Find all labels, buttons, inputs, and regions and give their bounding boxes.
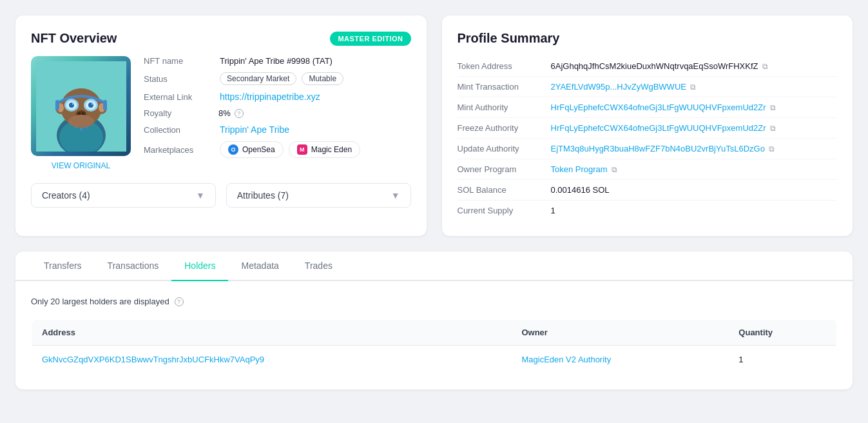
mint-transaction-copy[interactable]: ⧉ <box>690 83 696 92</box>
profile-summary-title: Profile Summary <box>458 31 838 46</box>
holders-table: Address Owner Quantity GkNvcGZqdVXP6KD1S… <box>31 319 837 374</box>
token-address-label: Token Address <box>458 61 551 71</box>
profile-summary-card: Profile Summary Token Address 6AjGhqhqJf… <box>442 15 853 236</box>
current-supply-row: Current Supply 1 <box>458 201 838 221</box>
creators-dropdown[interactable]: Creators (4) ▼ <box>31 183 216 208</box>
update-authority-label: Update Authority <box>458 144 551 153</box>
freeze-authority-row: Freeze Authority HrFqLyEphefcCWX64ofneGj… <box>458 118 838 139</box>
collection-link[interactable]: Trippin' Ape Tribe <box>220 124 289 135</box>
nft-overview-header: NFT Overview MASTER EDITION <box>31 31 411 46</box>
tab-transactions[interactable]: Transactions <box>95 251 172 281</box>
owner-program-copy[interactable]: ⧉ <box>612 165 617 174</box>
holders-notice-text: Only 20 largest holders are displayed <box>31 297 169 306</box>
token-address-copy[interactable]: ⧉ <box>762 62 768 71</box>
master-edition-badge: MASTER EDITION <box>330 32 410 46</box>
royalty-info-icon[interactable]: ? <box>235 109 244 118</box>
attributes-dropdown[interactable]: Attributes (7) ▼ <box>226 183 411 208</box>
collection-row: Collection Trippin' Ape Tribe <box>144 124 411 135</box>
current-supply-label: Current Supply <box>458 206 551 215</box>
external-link-row: External Link https://trippinapetribe.xy… <box>144 92 411 102</box>
sol-balance-row: SOL Balance 0.0014616 SOL <box>458 180 838 201</box>
tab-holders[interactable]: Holders <box>171 251 228 281</box>
sol-balance-label: SOL Balance <box>458 185 551 195</box>
status-label: Status <box>144 74 215 84</box>
nft-overview-title: NFT Overview <box>31 31 117 46</box>
magiceden-icon: M <box>297 144 307 155</box>
svg-point-16 <box>72 103 73 104</box>
svg-point-19 <box>78 112 81 115</box>
nft-name-value: Trippin' Ape Tribe #9998 (TAT) <box>220 56 333 66</box>
dropdowns-row: Creators (4) ▼ Attributes (7) ▼ <box>31 183 411 208</box>
nft-name-row: NFT name Trippin' Ape Tribe #9998 (TAT) <box>144 56 411 66</box>
external-link[interactable]: https://trippinapetribe.xyz <box>220 92 320 102</box>
royalty-row: Royalty 8% ? <box>144 108 411 118</box>
mint-authority-label: Mint Authority <box>458 103 551 112</box>
nft-image-container: VIEW ORIGINAL <box>31 56 131 170</box>
marketplace-badges: O OpenSea M Magic Eden <box>220 141 360 158</box>
holders-content: Only 20 largest holders are displayed ? … <box>15 281 853 389</box>
opensea-label: OpenSea <box>242 145 275 154</box>
quantity-column-header: Quantity <box>728 320 836 346</box>
freeze-authority-link[interactable]: HrFqLyEphefcCWX64ofneGj3LtFgWUUQHVFpxemU… <box>551 123 766 133</box>
tab-trades[interactable]: Trades <box>292 251 345 281</box>
token-address-row: Token Address 6AjGhqhqJfhCsM2kiueDuxhWNq… <box>458 56 838 77</box>
mint-authority-link[interactable]: HrFqLyEphefcCWX64ofneGj3LtFgWUUQHVFpxemU… <box>551 103 766 112</box>
tabs-row: Transfers Transactions Holders Metadata … <box>15 251 853 281</box>
magiceden-badge[interactable]: M Magic Eden <box>289 141 360 158</box>
svg-point-20 <box>82 112 84 115</box>
magiceden-label: Magic Eden <box>311 145 352 154</box>
secondary-market-badge: Secondary Market <box>220 72 296 85</box>
owner-program-link[interactable]: Token Program <box>551 164 608 174</box>
tab-metadata[interactable]: Metadata <box>228 251 291 281</box>
owner-link[interactable]: MagicEden V2 Authority <box>521 355 611 364</box>
status-row: Status Secondary Market Mutable <box>144 72 411 85</box>
update-authority-row: Update Authority EjTM3q8uHygR3buaH8wFZF7… <box>458 139 838 159</box>
nft-details: NFT name Trippin' Ape Tribe #9998 (TAT) … <box>144 56 411 170</box>
svg-rect-9 <box>103 100 107 110</box>
svg-rect-8 <box>55 100 59 110</box>
marketplaces-label: Marketplaces <box>144 145 215 155</box>
nft-ape-illustration <box>36 61 126 152</box>
update-authority-value: EjTM3q8uHygR3buaH8wFZF7bN4oBU2vrBjYuTsL6… <box>551 144 775 153</box>
freeze-authority-copy[interactable]: ⧉ <box>770 124 776 133</box>
table-row: GkNvcGZqdVXP6KD1SBwwvTngshrJxbUCFkHkw7VA… <box>32 346 837 374</box>
opensea-icon: O <box>228 144 238 155</box>
royalty-label: Royalty <box>144 108 215 118</box>
tab-transfers[interactable]: Transfers <box>31 251 95 281</box>
address-cell: GkNvcGZqdVXP6KD1SBwwvTngshrJxbUCFkHkw7VA… <box>32 346 512 374</box>
update-authority-copy[interactable]: ⧉ <box>769 144 775 153</box>
svg-point-26 <box>68 115 94 128</box>
opensea-badge[interactable]: O OpenSea <box>220 141 284 158</box>
attributes-dropdown-arrow: ▼ <box>391 190 400 201</box>
nft-name-label: NFT name <box>144 56 215 66</box>
holders-table-body: GkNvcGZqdVXP6KD1SBwwvTngshrJxbUCFkHkw7VA… <box>32 346 837 374</box>
address-link[interactable]: GkNvcGZqdVXP6KD1SBwwvTngshrJxbUCFkHkw7VA… <box>42 355 264 364</box>
mint-authority-row: Mint Authority HrFqLyEphefcCWX64ofneGj3L… <box>458 97 838 118</box>
nft-image <box>31 56 131 156</box>
holders-notice: Only 20 largest holders are displayed ? <box>31 297 837 306</box>
sol-balance-value: 0.0014616 SOL <box>551 185 610 195</box>
attributes-dropdown-label: Attributes (7) <box>237 190 289 201</box>
collection-label: Collection <box>144 125 215 135</box>
creators-dropdown-label: Creators (4) <box>42 190 90 201</box>
owner-program-label: Owner Program <box>458 164 551 174</box>
mint-authority-copy[interactable]: ⧉ <box>770 103 776 112</box>
summary-rows: Token Address 6AjGhqhqJfhCsM2kiueDuxhWNq… <box>458 56 838 221</box>
holders-notice-info-icon[interactable]: ? <box>175 297 184 306</box>
mint-authority-value: HrFqLyEphefcCWX64ofneGj3LtFgWUUQHVFpxemU… <box>551 103 776 112</box>
current-supply-value: 1 <box>551 206 555 215</box>
marketplaces-row: Marketplaces O OpenSea M Magic Eden <box>144 141 411 158</box>
update-authority-link[interactable]: EjTM3q8uHygR3buaH8wFZF7bN4oBU2vrBjYuTsL6… <box>551 144 765 153</box>
mint-transaction-link[interactable]: 2YAEfLVdW95p...HJvZyWgBWWUE <box>551 82 686 92</box>
owner-program-row: Owner Program Token Program ⧉ <box>458 159 838 180</box>
token-address-value: 6AjGhqhqJfhCsM2kiueDuxhWNqtrvqaEqSsoWrFH… <box>551 61 768 71</box>
creators-dropdown-arrow: ▼ <box>196 190 205 201</box>
royalty-value: 8% <box>218 108 231 118</box>
owner-cell: MagicEden V2 Authority <box>511 346 728 374</box>
owner-column-header: Owner <box>511 320 728 346</box>
holders-table-header: Address Owner Quantity <box>32 320 837 346</box>
external-link-label: External Link <box>144 92 215 102</box>
view-original-link[interactable]: VIEW ORIGINAL <box>52 161 110 170</box>
mint-transaction-value: 2YAEfLVdW95p...HJvZyWgBWWUE ⧉ <box>551 82 696 92</box>
mutable-badge: Mutable <box>302 72 343 85</box>
